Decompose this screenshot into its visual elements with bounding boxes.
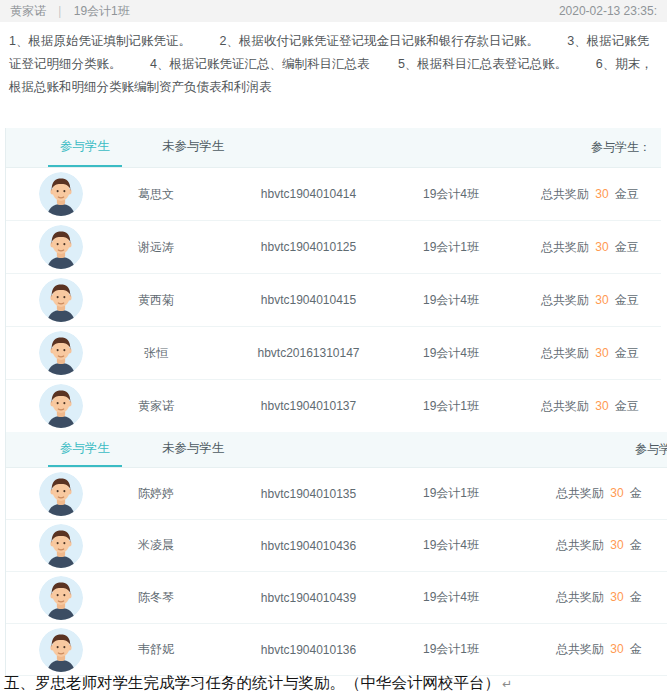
reward-value: 30 (595, 346, 608, 360)
window-topbar: 黄家诺 ｜ 19会计1班 2020-02-13 23:35: (0, 0, 667, 22)
tab-participating-students[interactable]: 参与学生 (48, 128, 122, 167)
student-id: hbvtc1904010136 (196, 643, 421, 657)
reward-unit: 金豆 (615, 399, 639, 413)
reward-prefix: 总共奖励 (541, 187, 589, 201)
student-name: 米凌晨 (116, 537, 196, 554)
avatar-cell (6, 472, 116, 516)
tab-not-participating-students[interactable]: 未参与学生 (160, 432, 227, 467)
student-id: hbvtc1904010415 (196, 293, 421, 307)
tab-not-participating-students[interactable]: 未参与学生 (160, 128, 227, 167)
reward-prefix: 总共奖励 (541, 240, 589, 254)
student-name: 黄家诺 (116, 398, 196, 415)
student-id: hbvtc1904010137 (196, 399, 421, 413)
reward-prefix: 总共奖励 (541, 399, 589, 413)
avatar-cell (6, 331, 116, 375)
student-id: hbvtc1904010414 (196, 187, 421, 201)
student-id: hbvtc1904010439 (196, 591, 421, 605)
avatar-cell (6, 278, 116, 322)
current-user-class: 19会计1班 (74, 3, 130, 20)
reward-prefix: 总共奖励 (556, 590, 604, 604)
current-user-name: 黄家诺 (10, 3, 46, 20)
student-name: 葛思文 (116, 186, 196, 203)
document-caption: 五、罗忠老师对学生完成学习任务的统计与奖励。（中华会计网校平台）↵ (4, 673, 667, 694)
student-name: 陈婷婷 (116, 485, 196, 502)
student-avatar-icon (39, 172, 83, 216)
student-reward: 总共奖励 30 金 (481, 641, 667, 658)
student-class: 19会计1班 (421, 239, 481, 256)
student-id: hbvtc1904010125 (196, 240, 421, 254)
reward-unit: 金 (630, 486, 642, 500)
student-id: hbvtc1904010135 (196, 487, 421, 501)
student-id: hbvtc20161310147 (196, 346, 421, 360)
timestamp: 2020-02-13 23:35: (559, 4, 657, 18)
student-name: 黄西菊 (116, 292, 196, 309)
student-reward: 总共奖励 30 金 (481, 589, 667, 606)
avatar-cell (6, 576, 116, 620)
student-class: 19会计4班 (421, 537, 481, 554)
student-reward: 总共奖励 30 金豆 (481, 398, 661, 415)
student-reward: 总共奖励 30 金豆 (481, 345, 661, 362)
student-class: 19会计1班 (421, 398, 481, 415)
line-break-mark: ↵ (502, 677, 512, 691)
reward-prefix: 总共奖励 (556, 642, 604, 656)
student-avatar-icon (39, 278, 83, 322)
student-row: 谢远涛 hbvtc1904010125 19会计1班 总共奖励 30 金豆 (6, 221, 661, 274)
student-row: 葛思文 hbvtc1904010414 19会计4班 总共奖励 30 金豆 (6, 168, 661, 221)
reward-value: 30 (595, 293, 608, 307)
reward-value: 30 (610, 538, 623, 552)
reward-unit: 金豆 (615, 240, 639, 254)
reward-value: 30 (595, 399, 608, 413)
student-name: 韦舒妮 (116, 641, 196, 658)
student-row: 陈冬琴 hbvtc1904010439 19会计4班 总共奖励 30 金 (6, 572, 667, 624)
student-avatar-icon (39, 472, 83, 516)
tab-bar: 参与学生未参与学生参与学生： (6, 128, 661, 168)
student-row: 米凌晨 hbvtc1904010436 19会计4班 总共奖励 30 金 (6, 520, 667, 572)
tab-bar: 参与学生未参与学生参与学生： (6, 432, 667, 468)
task-steps-paragraph: 1、根据原始凭证填制记账凭证。 2、根据收付记账凭证登记现金日记账和银行存款日记… (9, 30, 659, 99)
student-rows: 葛思文 hbvtc1904010414 19会计4班 总共奖励 30 金豆 (6, 168, 661, 433)
reward-prefix: 总共奖励 (556, 486, 604, 500)
student-row: 张恒 hbvtc20161310147 19会计4班 总共奖励 30 金豆 (6, 327, 661, 380)
reward-unit: 金豆 (615, 346, 639, 360)
student-reward: 总共奖励 30 金豆 (481, 239, 661, 256)
student-class: 19会计4班 (421, 345, 481, 362)
reward-unit: 金豆 (615, 187, 639, 201)
reward-value: 30 (595, 240, 608, 254)
student-class: 19会计1班 (421, 485, 481, 502)
student-class: 19会计4班 (421, 589, 481, 606)
student-name: 陈冬琴 (116, 589, 196, 606)
student-class: 19会计4班 (421, 186, 481, 203)
student-row: 陈婷婷 hbvtc1904010135 19会计1班 总共奖励 30 金 (6, 468, 667, 520)
student-row: 黄西菊 hbvtc1904010415 19会计4班 总共奖励 30 金豆 (6, 274, 661, 327)
user-info: 黄家诺 ｜ 19会计1班 (10, 3, 130, 20)
tab-participating-students[interactable]: 参与学生 (48, 432, 122, 467)
student-reward: 总共奖励 30 金 (481, 485, 667, 502)
reward-unit: 金 (630, 642, 642, 656)
student-row: 韦舒妮 hbvtc1904010136 19会计1班 总共奖励 30 金 (6, 624, 667, 676)
student-row: 黄家诺 hbvtc1904010137 19会计1班 总共奖励 30 金豆 (6, 380, 661, 433)
avatar-cell (6, 384, 116, 428)
reward-value: 30 (610, 590, 623, 604)
student-avatar-icon (39, 384, 83, 428)
student-rows: 陈婷婷 hbvtc1904010135 19会计1班 总共奖励 30 金 (6, 468, 667, 676)
student-avatar-icon (39, 331, 83, 375)
student-list-card: 参与学生未参与学生参与学生： (5, 128, 661, 433)
student-avatar-icon (39, 576, 83, 620)
avatar-cell (6, 225, 116, 269)
section-right-label: 参与学生： (591, 128, 651, 167)
reward-value: 30 (610, 486, 623, 500)
reward-prefix: 总共奖励 (541, 346, 589, 360)
reward-prefix: 总共奖励 (541, 293, 589, 307)
reward-unit: 金 (630, 538, 642, 552)
student-class: 19会计1班 (421, 641, 481, 658)
student-avatar-icon (39, 225, 83, 269)
student-id: hbvtc1904010436 (196, 539, 421, 553)
student-list-card: 参与学生未参与学生参与学生： (5, 432, 667, 676)
student-reward: 总共奖励 30 金 (481, 537, 667, 554)
student-reward: 总共奖励 30 金豆 (481, 186, 661, 203)
reward-prefix: 总共奖励 (556, 538, 604, 552)
avatar-cell (6, 172, 116, 216)
avatar-cell (6, 524, 116, 568)
student-class: 19会计4班 (421, 292, 481, 309)
reward-value: 30 (610, 642, 623, 656)
